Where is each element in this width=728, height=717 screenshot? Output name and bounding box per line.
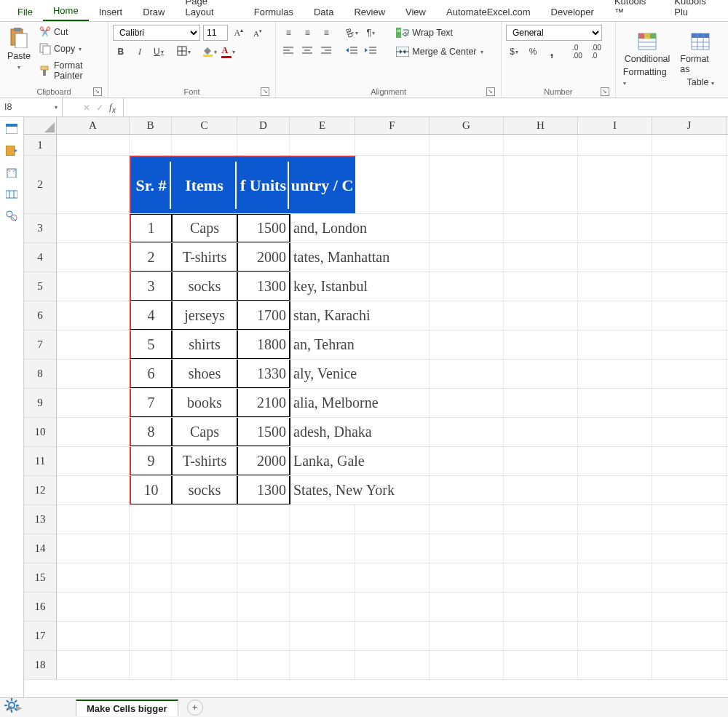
cell-I3[interactable] (578, 214, 652, 242)
cell-A10[interactable] (57, 418, 130, 446)
util-icon-3[interactable] (5, 167, 18, 178)
align-middle-button[interactable]: ≡ (299, 25, 315, 41)
cell-E3[interactable]: and, London (290, 214, 355, 242)
row-header-1[interactable]: 1 (24, 135, 57, 155)
cell-D17[interactable] (237, 622, 290, 650)
cell-A4[interactable] (57, 243, 130, 272)
copy-button[interactable]: Copy▾ (36, 41, 103, 56)
cell-A17[interactable] (57, 622, 130, 650)
cell-B9[interactable]: 7 (130, 389, 172, 417)
cell-C11[interactable]: T-shirts (172, 447, 237, 475)
cell-C3[interactable]: Caps (172, 214, 237, 242)
cell-J9[interactable] (652, 389, 727, 417)
cell-H10[interactable] (504, 418, 578, 446)
cell-B4[interactable]: 2 (130, 243, 172, 272)
cell-C13[interactable] (172, 505, 237, 534)
cell-C16[interactable] (172, 593, 237, 621)
accounting-button[interactable]: $▾ (506, 44, 522, 60)
row-header-16[interactable]: 16 (24, 593, 57, 621)
cell-E15[interactable] (290, 563, 355, 592)
col-header-E[interactable]: E (290, 117, 355, 134)
cell-F9[interactable] (355, 389, 430, 417)
cell-I18[interactable] (578, 651, 652, 679)
font-name-select[interactable]: Calibri (113, 25, 200, 41)
cell-A7[interactable] (57, 330, 130, 359)
cell-J4[interactable] (652, 243, 727, 272)
cell-E1[interactable] (290, 135, 355, 155)
cell-G8[interactable] (430, 360, 504, 388)
cell-F4[interactable] (355, 243, 430, 272)
font-color-button[interactable]: A▾ (221, 44, 237, 60)
cell-G1[interactable] (430, 135, 504, 155)
increase-indent-button[interactable] (363, 44, 379, 60)
cell-H8[interactable] (504, 360, 578, 388)
cell-G13[interactable] (430, 505, 504, 534)
cell-H9[interactable] (504, 389, 578, 417)
cell-I16[interactable] (578, 593, 652, 621)
cell-D14[interactable] (237, 534, 290, 563)
tab-page-layout[interactable]: Page Layout (175, 0, 244, 21)
cell-B11[interactable]: 9 (130, 447, 172, 475)
cell-C17[interactable] (172, 622, 237, 650)
col-header-C[interactable]: C (172, 117, 237, 134)
cell-D1[interactable] (237, 135, 290, 155)
cell-E4[interactable]: tates, Manhattan (290, 243, 355, 272)
name-box[interactable]: I8▾ (0, 98, 63, 117)
cell-J13[interactable] (652, 505, 727, 534)
cell-H6[interactable] (504, 301, 578, 330)
cell-I1[interactable] (578, 135, 652, 155)
fx-icon[interactable]: fx (109, 101, 116, 114)
cell-I17[interactable] (578, 622, 652, 650)
cell-D15[interactable] (237, 563, 290, 592)
increase-font-button[interactable]: A▴ (231, 25, 247, 41)
cell-D8[interactable]: 1330 (237, 360, 290, 388)
row-header-5[interactable]: 5 (24, 272, 57, 301)
row-header-11[interactable]: 11 (24, 447, 57, 475)
cell-H17[interactable] (504, 622, 578, 650)
text-direction-button[interactable]: ¶▾ (363, 25, 379, 41)
cell-F11[interactable] (355, 447, 430, 475)
row-header-10[interactable]: 10 (24, 418, 57, 446)
cell-C1[interactable] (172, 135, 237, 155)
cancel-formula-icon[interactable]: ✕ (83, 103, 90, 113)
cell-E16[interactable] (290, 593, 355, 621)
cell-D2[interactable]: f Units (237, 156, 290, 213)
cell-C5[interactable]: socks (172, 272, 237, 301)
cell-F18[interactable] (355, 651, 430, 679)
cell-G11[interactable] (430, 447, 504, 475)
cell-I9[interactable] (578, 389, 652, 417)
cell-B16[interactable] (130, 593, 172, 621)
row-header-7[interactable]: 7 (24, 330, 57, 359)
cell-H13[interactable] (504, 505, 578, 534)
spreadsheet-grid[interactable]: ABCDEFGHIJ 12Sr. #Itemsf Unitsuntry / C3… (24, 117, 728, 697)
row-header-18[interactable]: 18 (24, 651, 57, 679)
cell-A16[interactable] (57, 593, 130, 621)
cell-G16[interactable] (430, 593, 504, 621)
sheet-tab-active[interactable]: Make Cells bigger (76, 700, 178, 716)
cell-H15[interactable] (504, 563, 578, 592)
bold-button[interactable]: B (113, 44, 129, 60)
cell-F14[interactable] (355, 534, 430, 563)
cell-I5[interactable] (578, 272, 652, 301)
cell-F3[interactable] (355, 214, 430, 242)
cell-C15[interactable] (172, 563, 237, 592)
decrease-decimal-button[interactable]: .00.0 (588, 44, 604, 60)
number-format-select[interactable]: General (506, 25, 602, 41)
cell-C8[interactable]: shoes (172, 360, 237, 388)
cell-E9[interactable]: alia, Melborne (290, 389, 355, 417)
cell-F1[interactable] (355, 135, 430, 155)
tab-insert[interactable]: Insert (89, 2, 133, 21)
cell-J3[interactable] (652, 214, 727, 242)
cell-H12[interactable] (504, 476, 578, 504)
tab-developer[interactable]: Developer (541, 2, 604, 21)
cell-C12[interactable]: socks (172, 476, 237, 504)
row-header-14[interactable]: 14 (24, 534, 57, 563)
cell-I11[interactable] (578, 447, 652, 475)
row-header-2[interactable]: 2 (24, 156, 57, 213)
tab-home[interactable]: Home (43, 1, 89, 21)
cell-D6[interactable]: 1700 (237, 301, 290, 330)
cell-F16[interactable] (355, 593, 430, 621)
cell-D9[interactable]: 2100 (237, 389, 290, 417)
cell-A8[interactable] (57, 360, 130, 388)
cell-E13[interactable] (290, 505, 355, 534)
